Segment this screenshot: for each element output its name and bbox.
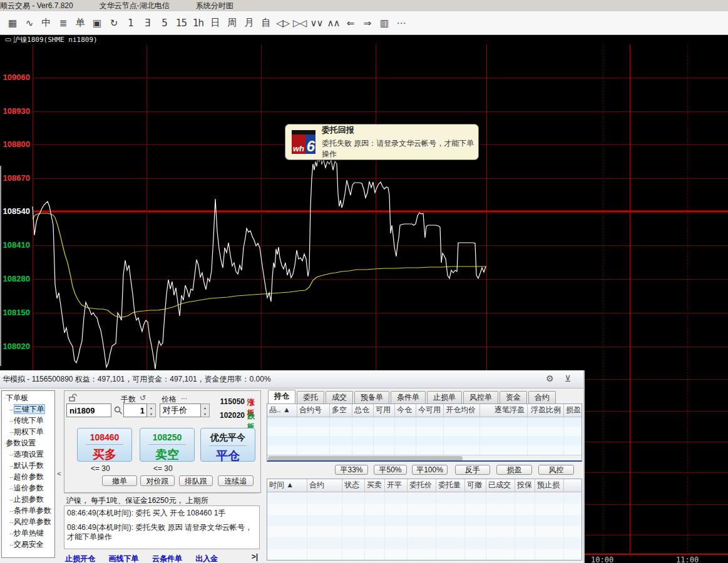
tree-item-chase-price-params[interactable]: --追价参数 — [2, 482, 54, 494]
follow-opposite-price-button[interactable]: 对价跟 — [140, 475, 175, 486]
col-order-price[interactable]: 委托价 — [408, 479, 436, 492]
price-type-select[interactable]: 对手价 — [160, 403, 201, 417]
col-contract[interactable]: 合约号 — [297, 404, 330, 417]
tab-condition-orders[interactable]: 条件单 — [391, 391, 426, 403]
queue-follow-button[interactable]: 排队跟 — [179, 475, 213, 486]
order-panel-icon[interactable]: 单 — [71, 17, 88, 29]
multi-period-icon[interactable]: ≣ — [54, 18, 71, 29]
report-icon[interactable]: ▦ — [4, 18, 21, 29]
period-day-button[interactable]: 日 — [207, 17, 223, 29]
candlestick-icon[interactable]: 中 — [38, 17, 54, 29]
tree-item-condition-order-params[interactable]: --条件单参数 — [2, 505, 54, 516]
cancel-order-button[interactable]: 撤单 — [102, 475, 137, 486]
compress-icon[interactable]: ◁▷ — [274, 18, 291, 29]
search-icon[interactable] — [114, 406, 123, 415]
page-left-icon[interactable]: ⇐ — [342, 18, 359, 29]
tab-orders[interactable]: 委托 — [297, 391, 324, 403]
col-preset-stoploss[interactable]: 预止损 — [535, 479, 564, 492]
contract-input[interactable]: ni1809 — [66, 403, 111, 417]
order-report-popup[interactable]: wh 6 委托回报 委托失败 原因：请登录文华云帐号，才能下单操作 — [285, 124, 479, 160]
col-hedge[interactable]: 投保 — [515, 479, 535, 492]
lock-open-icon[interactable] — [69, 393, 77, 402]
col-today-available[interactable]: 今可用 — [416, 404, 444, 417]
line-chart-icon[interactable]: ∿ — [21, 18, 38, 29]
refresh-icon[interactable]: ↻ — [105, 18, 122, 29]
expand-icon[interactable]: ▷◁ — [291, 18, 308, 29]
sell-short-button[interactable]: 108250 卖空 — [140, 428, 195, 462]
col-cancelable[interactable]: 可撤 — [465, 479, 486, 492]
continuous-chase-button[interactable]: 连续追 — [218, 475, 254, 486]
price-more-icon[interactable]: ... — [181, 392, 187, 401]
price-stepper[interactable]: ▴▾ — [201, 403, 210, 417]
col-today[interactable]: 今仓 — [395, 404, 416, 417]
col-open-avg-price[interactable]: 开仓均价 — [444, 404, 480, 417]
col-total[interactable]: 总仓 — [352, 404, 374, 417]
period-3min-button[interactable]: Ǝ — [139, 18, 156, 29]
close-position-button[interactable]: 优先平今 平仓 — [200, 428, 255, 462]
save-icon[interactable]: ▣ — [88, 18, 105, 29]
period-month-button[interactable]: 月 — [240, 17, 257, 29]
positions-hscrollbar[interactable] — [267, 455, 582, 462]
deposit-withdraw-link[interactable]: 出入金 — [195, 554, 218, 563]
close-100pct-button[interactable]: 平100% — [412, 465, 448, 475]
buy-long-button[interactable]: 108460 买多 — [77, 428, 132, 462]
draw-line-order-link[interactable]: 画线下单 — [108, 554, 138, 563]
close-33pct-button[interactable]: 平33% — [335, 465, 368, 475]
tree-item-three-key-order[interactable]: --三键下单 — [2, 403, 54, 415]
tree-group-order-board[interactable]: ·下单板 — [2, 392, 54, 403]
col-pnl-ratio[interactable]: 浮盈比例 — [528, 404, 564, 417]
period-1min-button[interactable]: 1 — [122, 18, 139, 29]
lots-loop-icon[interactable]: ↺ — [140, 393, 146, 402]
tab-funds[interactable]: 资金 — [500, 391, 527, 403]
stoploss-open-link[interactable]: 止损开仓 — [65, 554, 95, 563]
period-15min-button[interactable]: 15 — [173, 18, 190, 29]
cloud-condition-order-link[interactable]: 云条件单 — [152, 554, 182, 563]
col-product[interactable]: 品.. ▲ — [267, 404, 297, 417]
tree-group-parameter-settings[interactable]: ·参数设置 — [2, 437, 54, 449]
col-time[interactable]: 时间 ▲ — [267, 479, 307, 492]
tree-item-stoploss-params[interactable]: --止损参数 — [2, 494, 54, 505]
panel-collapse-icon[interactable]: ⊻ — [565, 373, 571, 383]
col-open-close[interactable]: 开平 — [385, 479, 408, 492]
layout-icon[interactable]: ▥ — [376, 18, 392, 29]
close-50pct-button[interactable]: 平50% — [374, 465, 407, 475]
link-icon[interactable]: ⊂⊃ — [5, 36, 10, 43]
scroll-down-icon[interactable]: ∨∨ — [308, 18, 325, 29]
reverse-position-button[interactable]: 反手 — [455, 465, 490, 475]
page-right-icon[interactable]: ⇒ — [359, 18, 376, 29]
col-status[interactable]: 状态 — [342, 479, 365, 492]
scroll-up-icon[interactable]: ∧∧ — [325, 18, 342, 29]
col-direction[interactable]: 多空 — [330, 404, 352, 417]
col-float-pnl[interactable]: 逐笔浮盈 — [480, 404, 528, 417]
col-filled[interactable]: 已成交 — [486, 479, 515, 492]
col-available[interactable]: 可用 — [374, 404, 395, 417]
tree-item-trade-safety[interactable]: --交易安全 — [2, 539, 54, 550]
lots-stepper[interactable]: ▴▾ — [147, 403, 156, 417]
tree-item-over-price-params[interactable]: --超价参数 — [2, 471, 54, 482]
tab-trades[interactable]: 成交 — [326, 391, 353, 403]
col-contract[interactable]: 合约 — [307, 479, 342, 492]
links-more-icon[interactable]: >| — [252, 552, 258, 561]
tab-positions[interactable]: 持仓 — [268, 390, 295, 403]
tab-contracts[interactable]: 合约 — [528, 391, 556, 403]
period-week-button[interactable]: 周 — [223, 17, 240, 29]
col-stop-pnl[interactable]: 损盈 — [564, 404, 582, 417]
tab-risk-orders[interactable]: 风控单 — [463, 391, 498, 403]
tree-item-option-settings[interactable]: --选项设置 — [2, 449, 54, 460]
tab-prepared-orders[interactable]: 预备单 — [354, 391, 389, 403]
settings-gear-icon[interactable]: ⚙ — [546, 373, 554, 383]
tree-item-option-order[interactable]: --期权下单 — [2, 426, 54, 437]
col-buy-sell[interactable]: 买卖 — [365, 479, 385, 492]
more-icon[interactable]: ⋯ — [392, 18, 409, 29]
left-splitter[interactable] — [0, 166, 1, 366]
col-order-qty[interactable]: 委托量 — [436, 479, 465, 492]
lots-input[interactable]: 1 — [123, 403, 147, 417]
tree-item-default-lots[interactable]: --默认手数 — [2, 460, 54, 471]
tree-item-risk-order-params[interactable]: --风控单参数 — [2, 516, 54, 527]
period-1hour-button[interactable]: 1h — [190, 18, 207, 29]
tree-item-traditional-order[interactable]: --传统下单 — [2, 415, 54, 426]
tab-stoploss-orders[interactable]: 止损单 — [427, 391, 462, 403]
period-custom-button[interactable]: 自 — [257, 17, 274, 29]
risk-control-button[interactable]: 风控 — [538, 465, 574, 475]
period-5min-button[interactable]: 5 — [156, 18, 173, 29]
